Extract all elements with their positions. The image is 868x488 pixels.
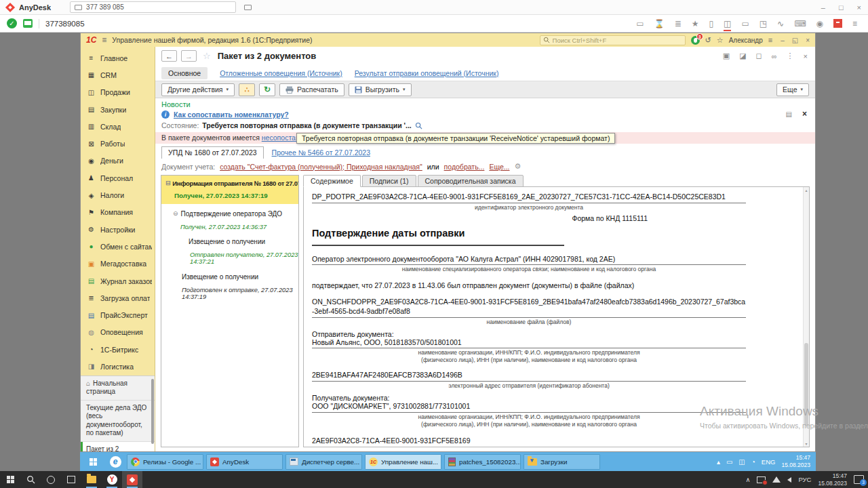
sessions-icon[interactable]: ≣: [675, 19, 682, 28]
more-actions-button[interactable]: Еще▾: [776, 83, 809, 96]
favorites-icon[interactable]: ★: [692, 19, 699, 28]
news-link[interactable]: Как сопоставить номенклатуру?: [174, 110, 289, 119]
1c-close-button[interactable]: ×: [806, 37, 810, 44]
menu-icon[interactable]: ≡: [852, 19, 857, 28]
print-button[interactable]: Распечатать: [279, 83, 344, 96]
anydesk-local-button[interactable]: [122, 471, 142, 488]
sidebar-item-price-expert[interactable]: ▤ПрайсЭксперт: [81, 306, 155, 323]
taskbar-chrome-button[interactable]: Релизы - Google ...: [127, 454, 203, 470]
close-form-icon[interactable]: ×: [804, 52, 808, 60]
tab-main[interactable]: Основное: [161, 67, 208, 79]
structure-button[interactable]: ∴: [239, 83, 255, 96]
scroll-up-icon[interactable]: ▴: [804, 188, 809, 192]
sidebar-item-sklad[interactable]: ▥Склад: [81, 118, 155, 135]
export-button[interactable]: Выгрузить▾: [349, 83, 412, 96]
taskbar-downloads-button[interactable]: Загрузки: [524, 454, 600, 470]
tab-deferred-notifications[interactable]: Отложенные оповещения (Источник): [220, 69, 342, 77]
close-button[interactable]: ×: [857, 3, 861, 12]
refresh-button[interactable]: ↻: [259, 83, 275, 96]
tray-expand-icon[interactable]: ▴: [717, 458, 720, 466]
back-button[interactable]: ←: [161, 50, 177, 62]
sidebar-item-zakupki[interactable]: ▤Закупки: [81, 101, 155, 118]
cortana-button[interactable]: [41, 471, 61, 488]
scrollbar-thumb[interactable]: [804, 343, 808, 426]
wifi-icon[interactable]: [772, 476, 781, 483]
tree-node-operator-confirmation[interactable]: ⊖Подтверждение оператора ЭДО: [173, 210, 298, 218]
action-center-icon[interactable]: 3: [854, 475, 864, 484]
start-button[interactable]: [0, 471, 20, 488]
taskbar-search-button[interactable]: [20, 471, 41, 488]
forward-button[interactable]: →: [181, 50, 197, 62]
tree-node-receipt-notice-1[interactable]: Извещение о получении: [189, 238, 298, 245]
pick-document-link[interactable]: подобрать...: [444, 163, 485, 171]
taskbar-1c-button[interactable]: 1СУправление наш...: [365, 454, 441, 470]
maximize-button[interactable]: □: [839, 3, 844, 12]
collapse-icon[interactable]: ⊟: [165, 180, 170, 187]
network-alert-icon[interactable]: [757, 476, 766, 483]
chat-icon[interactable]: ◳: [760, 19, 767, 28]
speaker-icon[interactable]: [787, 477, 791, 483]
sidebar-item-prodazhi[interactable]: ◫Продажи: [81, 84, 155, 101]
sidebar-item-1c-bitrix[interactable]: ◔1С-Битрикс: [81, 341, 155, 358]
fullscreen-icon[interactable]: ▭: [741, 19, 749, 28]
sidebar-item-obmen-s-saytami[interactable]: ●Обмен с сайтами: [81, 238, 155, 255]
link-icon[interactable]: ∞: [772, 52, 777, 60]
file-explorer-button[interactable]: [81, 471, 102, 488]
windows-list-scrollbar[interactable]: [151, 379, 154, 444]
sidebar-item-personal[interactable]: ♟Персонал: [81, 169, 155, 186]
tray-icon-2[interactable]: ◫: [738, 458, 745, 466]
remote-browser-button[interactable]: e: [106, 456, 124, 468]
news-doc-icon[interactable]: ▤: [786, 110, 792, 118]
actions-icon[interactable]: ∿: [777, 19, 784, 28]
sidebar-item-zhurnal-zakazov[interactable]: ▤Журнал заказов: [81, 272, 155, 289]
global-search[interactable]: [540, 35, 686, 45]
sidebar-item-megadostavka[interactable]: ▣Мегадоставка: [81, 256, 155, 272]
sidebar-item-kompaniya[interactable]: ⚑Компания: [81, 204, 155, 221]
keyboard-icon[interactable]: ⌨: [794, 19, 806, 28]
tray-expand-icon[interactable]: ∧: [745, 476, 750, 483]
sidebar-item-nalogi[interactable]: ◈Налоги: [81, 186, 155, 203]
tray-icon-3[interactable]: ◔: [751, 458, 755, 466]
tree-node-receipt-notice-2[interactable]: Извещение о получении: [182, 273, 298, 281]
remote-clock[interactable]: 15:4715.08.2023: [781, 454, 810, 468]
current-user[interactable]: Александр: [729, 37, 763, 44]
taskbar-server-manager-button[interactable]: Диспетчер серве...: [285, 454, 362, 470]
sidebar-item-logistika[interactable]: ◨Логистика: [81, 358, 155, 375]
sidebar-item-crm[interactable]: ▦CRM: [81, 66, 155, 83]
gear-icon[interactable]: ⚙: [515, 162, 521, 171]
sidebar-item-zagruzka-oplat[interactable]: ≣Загрузка оплат: [81, 289, 155, 306]
hourglass-icon[interactable]: ⌛: [654, 19, 665, 28]
tab-signatures[interactable]: Подписи (1): [362, 175, 416, 187]
local-clock[interactable]: 15:4715.08.2023: [818, 472, 847, 487]
yandex-browser-button[interactable]: Y: [102, 471, 122, 488]
history-icon[interactable]: ↺: [705, 36, 711, 45]
more-document-link[interactable]: Еще...: [489, 163, 509, 171]
file-transfer-icon[interactable]: ▯: [709, 19, 713, 28]
collapse-icon[interactable]: ⊖: [173, 210, 178, 218]
display-mode-icon[interactable]: ◫: [724, 19, 731, 28]
remote-language-indicator[interactable]: ENG: [762, 458, 776, 466]
sidebar-item-nastroyki[interactable]: ⚙Настройки: [81, 221, 155, 238]
local-language-indicator[interactable]: РУС: [798, 476, 811, 483]
taskbar-winrar-button[interactable]: patches_15082023...: [444, 454, 521, 470]
search-input[interactable]: [553, 37, 682, 44]
tree-header[interactable]: ⊟Информация отправителя № 1680 от 27.07.…: [161, 176, 298, 204]
task-view-button[interactable]: [61, 471, 81, 488]
save-variant-icon[interactable]: ◪: [739, 52, 746, 60]
new-session-tab-icon[interactable]: [244, 5, 252, 10]
settings-menu-icon[interactable]: ≡: [768, 36, 772, 44]
window-item-home[interactable]: ⌂Начальная страница: [81, 376, 155, 401]
tab-upd-document[interactable]: УПД № 1680 от 27.07.2023: [161, 146, 264, 159]
sidebar-item-opoveshcheniya[interactable]: ◍Оповещения: [81, 324, 155, 341]
record-icon[interactable]: [833, 19, 842, 28]
1c-restore-button[interactable]: ◱: [792, 37, 798, 44]
other-document-link[interactable]: Прочее № 5466 от 27.07.2023: [272, 148, 370, 159]
permissions-icon[interactable]: ◉: [816, 19, 823, 28]
tray-icon-1[interactable]: ▭: [726, 458, 732, 466]
preview-icon[interactable]: ◻: [756, 52, 762, 60]
1c-minimize-button[interactable]: –: [781, 37, 785, 44]
taskbar-anydesk-button[interactable]: AnyDesk: [206, 454, 283, 470]
sidebar-item-glavnoe[interactable]: ≡Главное: [81, 49, 155, 66]
window-item-package[interactable]: Пакет из 2 документов: [81, 442, 155, 451]
sidebar-item-dengi[interactable]: ◉Деньги: [81, 152, 155, 169]
